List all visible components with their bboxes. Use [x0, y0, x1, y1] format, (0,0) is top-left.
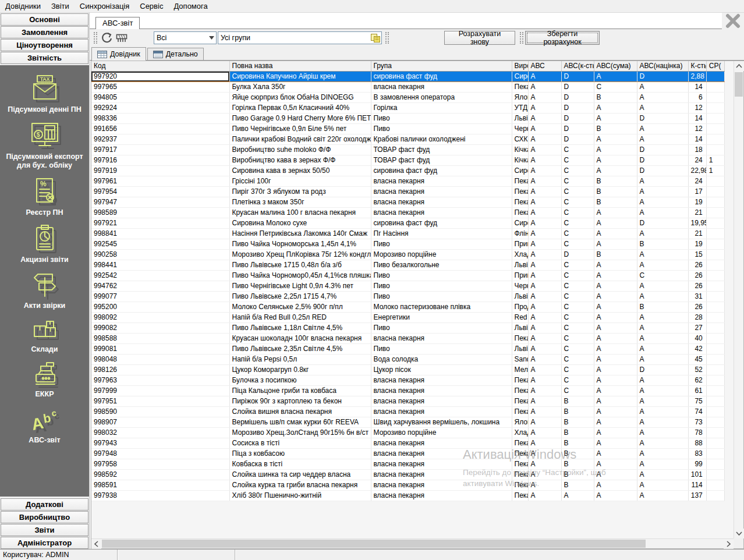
- cell-group[interactable]: Горілка: [371, 102, 512, 113]
- cell-abc-sum[interactable]: A: [594, 144, 637, 155]
- cell-abc[interactable]: A: [528, 249, 561, 260]
- cell-abc[interactable]: A: [528, 396, 561, 406]
- cell-abc-sum[interactable]: A: [594, 396, 637, 406]
- cell-full-name[interactable]: Напій б/а Red Bull 0,25л RED: [229, 312, 371, 322]
- cell-abc-sum[interactable]: A: [594, 102, 637, 113]
- cell-sales-qty[interactable]: 26: [688, 281, 706, 291]
- cell-abc-markup[interactable]: B: [637, 239, 688, 249]
- cell-cp[interactable]: [706, 218, 724, 228]
- cell-cp[interactable]: [706, 469, 724, 480]
- cell-abc-qty[interactable]: C: [561, 354, 594, 364]
- cell-sales-qty[interactable]: 45: [688, 354, 706, 364]
- table-row[interactable]: 998048 Напій б/а Pepsi 0,5л Вода солодка…: [91, 354, 725, 364]
- cell-group[interactable]: Морозиво порційне: [371, 249, 512, 260]
- cell-abc-qty[interactable]: C: [561, 343, 594, 354]
- cell-abc-sum[interactable]: A: [594, 134, 637, 144]
- cell-cp[interactable]: [706, 249, 724, 260]
- sidebar-item-warehouses[interactable]: Склади: [1, 318, 88, 354]
- table-row[interactable]: 997938 Хліб 380г Пшенично-житній власна …: [91, 490, 725, 501]
- cell-abc[interactable]: A: [528, 165, 561, 176]
- cell-code[interactable]: 997963: [91, 375, 229, 385]
- cell-full-name[interactable]: Хліб 380г Пшенично-житній: [229, 490, 371, 501]
- cell-abc[interactable]: A: [528, 144, 561, 155]
- cell-code[interactable]: 997948: [91, 448, 229, 459]
- table-row[interactable]: 997958 Ковбаска в тісті власна пекарня П…: [91, 459, 725, 469]
- sidebar-category-button[interactable]: Звіти: [1, 524, 88, 536]
- cell-abc-sum[interactable]: A: [594, 417, 637, 427]
- table-row[interactable]: 997948 Піца з ковбасою власна пекарня Пе…: [91, 448, 725, 459]
- cell-code[interactable]: 998591: [91, 480, 229, 490]
- cell-vendor[interactable]: Львівське: [512, 291, 528, 302]
- cell-cp[interactable]: [706, 480, 724, 490]
- cell-abc-qty[interactable]: C: [561, 385, 594, 396]
- cell-abc-qty[interactable]: C: [561, 364, 594, 375]
- cell-full-name[interactable]: Круасан шоколадн 100г власна пекарня: [229, 333, 371, 343]
- cell-group[interactable]: Пиво: [371, 113, 512, 123]
- cell-vendor[interactable]: Пекарня: [512, 385, 528, 396]
- cell-vendor[interactable]: Кічкарівка: [512, 144, 528, 155]
- cell-abc-qty[interactable]: C: [561, 281, 594, 291]
- cell-abc-sum[interactable]: A: [594, 239, 637, 249]
- table-row[interactable]: 997919 Сировина кава в зернах 50/50 сиро…: [91, 165, 725, 176]
- cell-sales-qty[interactable]: 74: [688, 406, 706, 417]
- cell-vendor[interactable]: СХК МТЗ: [512, 134, 528, 144]
- table-row[interactable]: 992542 Пиво Чайка Чорномор0,45л 4,1%св п…: [91, 270, 725, 281]
- cell-sales-qty[interactable]: 21: [688, 228, 706, 239]
- column-header[interactable]: АВС(націнка): [637, 61, 688, 71]
- cell-vendor[interactable]: Пекарня: [512, 197, 528, 207]
- cell-abc-sum[interactable]: A: [594, 448, 637, 459]
- cell-abc[interactable]: A: [528, 113, 561, 123]
- cell-sales-qty[interactable]: 83: [688, 448, 706, 459]
- cell-vendor[interactable]: Хладік ХТЗ: [512, 427, 528, 438]
- cell-cp[interactable]: [706, 312, 724, 322]
- cell-code[interactable]: 997961: [91, 176, 229, 186]
- cell-abc[interactable]: A: [528, 302, 561, 312]
- cell-abc-markup[interactable]: A: [637, 354, 688, 364]
- cell-group[interactable]: ТОВАР фаст фуд: [371, 144, 512, 155]
- cell-abc-sum[interactable]: A: [594, 281, 637, 291]
- cell-sales-qty[interactable]: 114: [688, 480, 706, 490]
- cell-full-name[interactable]: Виробництво suhe moloko Ф/Ф: [229, 144, 371, 155]
- column-header[interactable]: АВС(сума): [594, 61, 637, 71]
- tab-details[interactable]: Детально: [147, 48, 204, 60]
- cell-code[interactable]: 999081: [91, 343, 229, 354]
- cell-sales-qty[interactable]: 12: [688, 123, 706, 134]
- column-header[interactable]: К-сть реалізації: [688, 61, 706, 71]
- cell-vendor[interactable]: Пекарня: [512, 176, 528, 186]
- cell-code[interactable]: 997999: [91, 385, 229, 396]
- cell-code[interactable]: 998048: [91, 354, 229, 364]
- cell-vendor[interactable]: Сировина: [512, 71, 528, 81]
- cell-code[interactable]: 997917: [91, 144, 229, 155]
- table-row[interactable]: 997963 Булочка з посипкою власна пекарня…: [91, 375, 725, 385]
- clear-filter-toolbar-button[interactable]: [114, 31, 129, 45]
- cell-group[interactable]: власна пекарня: [371, 469, 512, 480]
- column-header[interactable]: Код: [91, 61, 229, 71]
- menu-item[interactable]: Сервіс: [134, 0, 168, 12]
- cell-abc[interactable]: A: [528, 469, 561, 480]
- cell-abc-qty[interactable]: C: [561, 375, 594, 385]
- cell-cp[interactable]: [706, 427, 724, 438]
- table-row[interactable]: 998907 Вермішель шв/п смак курки 60г REE…: [91, 417, 725, 427]
- cell-abc-qty[interactable]: C: [561, 228, 594, 239]
- cell-full-name[interactable]: Виробництво кава в зернах Ф/Ф: [229, 155, 371, 165]
- cell-abc[interactable]: A: [528, 448, 561, 459]
- menu-item[interactable]: Синхронізація: [75, 0, 134, 12]
- cell-abc-markup[interactable]: A: [637, 333, 688, 343]
- cell-sales-qty[interactable]: 2,88: [688, 71, 706, 81]
- cell-full-name[interactable]: Пиво Львівське 1,18л Світле 4,5%: [229, 322, 371, 333]
- cell-code[interactable]: 998032: [91, 427, 229, 438]
- scope-select[interactable]: Всі: [154, 31, 217, 44]
- cell-code[interactable]: 998588: [91, 333, 229, 343]
- table-row[interactable]: 998092 Напій б/а Red Bull 0,25л RED Енер…: [91, 312, 725, 322]
- cell-full-name[interactable]: Гріссіні 100г: [229, 176, 371, 186]
- cell-abc-sum[interactable]: A: [594, 354, 637, 364]
- cell-vendor[interactable]: Чернігівське: [512, 281, 528, 291]
- table-row[interactable]: 997951 Пиріжок 90г з картоплею та бекон …: [91, 396, 725, 406]
- vertical-scroll-thumb[interactable]: [735, 72, 743, 97]
- cell-cp[interactable]: [706, 375, 724, 385]
- cell-vendor[interactable]: Флінт ВТЗ: [512, 228, 528, 239]
- cell-group[interactable]: Цукор пісок: [371, 364, 512, 375]
- cell-vendor[interactable]: Яловець ХТЗ: [512, 417, 528, 427]
- menu-item[interactable]: Звіти: [46, 0, 75, 12]
- cell-group[interactable]: Пиво: [371, 123, 512, 134]
